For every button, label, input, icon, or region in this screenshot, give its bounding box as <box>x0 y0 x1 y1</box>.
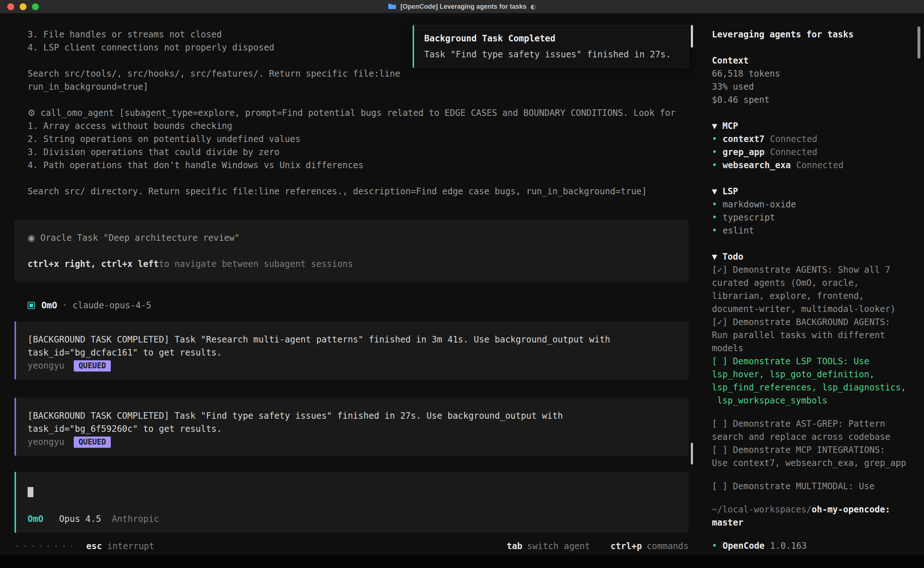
session-status-icon: ◐ <box>531 0 536 13</box>
tab-key-label: switch agent <box>527 540 590 553</box>
workspace-path-name: oh-my-opencode: <box>812 505 891 515</box>
status-bar: ········ esc interrupt tab switch agent … <box>15 539 688 553</box>
mcp-name: grep_app <box>722 147 764 157</box>
toast-title: Background Task Completed <box>424 32 678 45</box>
workspace-path-line: ~/local-workspaces/oh-my-opencode: <box>712 503 915 516</box>
fisheye-icon: ◉ <box>27 233 35 243</box>
input-provider-name: Anthropic <box>112 514 159 524</box>
context-spent: $0.46 spent <box>712 93 915 106</box>
todo-item: [ ] Demonstrate MCP INTEGRATIONS: Use co… <box>712 443 915 470</box>
bullet-icon: • <box>712 199 717 210</box>
commands-hint-group: ctrl+p commands <box>610 540 688 553</box>
mcp-name: websearch_exa <box>722 160 791 170</box>
terminal-blank-line <box>27 93 688 106</box>
bullet-icon: • <box>712 225 717 236</box>
context-heading: Context <box>712 54 915 67</box>
bullet-icon: • <box>712 147 717 157</box>
window-bottom-edge <box>0 555 924 568</box>
gear-icon: ⚙ <box>27 108 36 118</box>
oracle-blank-line <box>27 245 676 257</box>
chat-pane: 3. File handles or streams not closed 4.… <box>0 14 700 555</box>
lsp-name: eslint <box>722 225 754 236</box>
terminal-line: 3. Division operations that could divide… <box>27 146 688 159</box>
message-meta: yeongyu QUEUED <box>27 359 676 372</box>
terminal-line: 4. Path operations that don't handle Win… <box>27 159 688 172</box>
todo-item: [✓] Demonstrate AGENTS: Show all 7 curat… <box>712 263 915 316</box>
mcp-item: •grep_appConnected <box>712 146 915 159</box>
agent-model: claude-opus-4-5 <box>72 299 151 312</box>
oracle-task-line: ◉Oracle Task "Deep architecture review" <box>27 231 676 245</box>
message-text-line: task_id="bg_dcfac161" to get results. <box>27 346 676 359</box>
agent-name: OmO <box>41 299 57 312</box>
workspace-path: ~/local-workspaces/oh-my-opencode: maste… <box>712 503 915 529</box>
message-user: yeongyu <box>27 435 64 449</box>
oracle-hint-text: to navigate between subagent sessions <box>159 259 353 269</box>
main-scrollbar-thumb[interactable] <box>691 443 693 464</box>
terminal-line: 2. String operations on potentially unde… <box>27 133 688 146</box>
workspace-path-prefix: ~/local-workspaces/ <box>712 505 812 515</box>
oracle-hint-line: ctrl+x right, ctrl+x leftto navigate bet… <box>27 257 676 270</box>
mcp-item: •context7Connected <box>712 133 915 146</box>
context-tokens: 66,518 tokens <box>712 67 915 80</box>
spinner-dots: ········ <box>15 540 77 553</box>
prompt-text-line <box>27 486 676 499</box>
status-left: ········ esc interrupt <box>15 540 154 553</box>
app-version-number: 1.0.163 <box>770 541 807 551</box>
input-model-name: Opus 4.5 <box>59 514 101 524</box>
lsp-item: •markdown-oxide <box>712 198 915 211</box>
message-user: yeongyu <box>27 359 64 372</box>
active-agent-row[interactable]: OmO · claude-opus-4-5 <box>15 299 688 312</box>
bullet-icon: • <box>712 213 717 223</box>
todo-item: [ ] Demonstrate LSP TOOLS: Use lsp_hover… <box>712 355 915 407</box>
prompt-blank-line <box>27 499 676 512</box>
lsp-section-heading[interactable]: ▼ LSP <box>712 185 915 198</box>
model-selector-line[interactable]: OmO Opus 4.5 Anthropic <box>27 512 676 526</box>
queued-badge: QUEUED <box>74 437 111 448</box>
context-used: 33% used <box>712 80 915 93</box>
commands-key-label: commands <box>646 540 688 553</box>
mcp-item: •websearch_exaConnected <box>712 159 915 172</box>
titlebar: [OpenCode] Leveraging agents for tasks ◐ <box>0 0 924 14</box>
background-task-toast[interactable]: Background Task Completed Task "Find typ… <box>412 25 688 68</box>
terminal-line: run_in_background=true] <box>27 80 688 93</box>
terminal-line: 1. Array access without bounds checking <box>27 119 688 133</box>
zoom-window-button[interactable] <box>32 3 39 10</box>
workspace-branch: master <box>712 518 743 528</box>
mcp-status: Connected <box>770 134 817 144</box>
toast-spacer <box>424 45 678 48</box>
bullet-icon: • <box>712 160 717 170</box>
mcp-status: Connected <box>796 160 843 170</box>
background-task-message: [BACKGROUND TASK COMPLETED] Task "Resear… <box>15 322 688 379</box>
lsp-item: •eslint <box>712 224 915 237</box>
terminal-blank-line <box>27 172 688 185</box>
main-scrollbar-thumb[interactable] <box>691 25 693 48</box>
tool-call-line: ⚙call_omo_agent [subagent_type=explore, … <box>27 106 688 119</box>
app-version: •OpenCode1.0.163 <box>712 539 915 552</box>
lsp-item: •typescript <box>712 211 915 224</box>
todo-item: [ ] Demonstrate AST-GREP: Pattern search… <box>712 417 915 443</box>
esc-key-hint: esc <box>86 540 102 553</box>
bullet-icon: • <box>712 134 717 144</box>
close-window-button[interactable] <box>7 3 14 10</box>
window-title-text: [OpenCode] Leveraging agents for tasks <box>401 0 527 13</box>
sidebar: Leveraging agents for tasks Context 66,5… <box>700 14 924 555</box>
mcp-section-heading[interactable]: ▼ MCP <box>712 119 915 133</box>
tab-hint-group: tab switch agent <box>507 540 590 553</box>
app-name: OpenCode <box>722 541 764 551</box>
commands-key-hint: ctrl+p <box>610 540 642 553</box>
status-right: tab switch agent ctrl+p commands <box>507 540 688 553</box>
todo-section-heading[interactable]: ▼ Todo <box>712 250 915 263</box>
minimize-window-button[interactable] <box>20 3 27 10</box>
text-cursor <box>27 487 33 497</box>
terminal-line: Search src/ directory. Return specific f… <box>27 185 688 198</box>
terminal-line: Search src/tools/, src/hooks/, src/featu… <box>27 67 688 80</box>
message-text-line: [BACKGROUND TASK COMPLETED] Task "Resear… <box>27 333 676 346</box>
sidebar-scrollbar-thumb[interactable] <box>918 27 920 59</box>
esc-key-label: interrupt <box>107 540 154 553</box>
tool-call-text: call_omo_agent [subagent_type=explore, p… <box>41 108 676 118</box>
prompt-input[interactable]: OmO Opus 4.5 Anthropic <box>15 472 688 533</box>
lsp-name: markdown-oxide <box>722 199 796 210</box>
oracle-hint-keys: ctrl+x right, ctrl+x left <box>27 259 159 269</box>
queued-badge: QUEUED <box>74 360 111 372</box>
lsp-name: typescript <box>722 213 775 223</box>
